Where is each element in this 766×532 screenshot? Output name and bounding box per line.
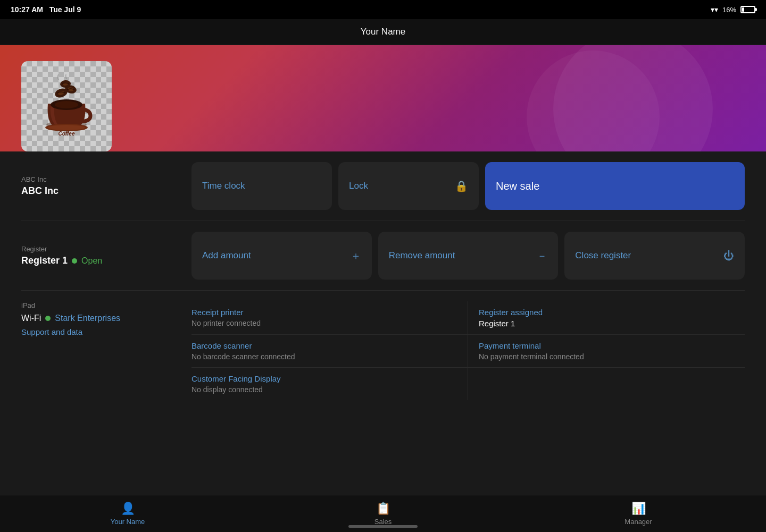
coffee-logo: Coffee House	[35, 74, 98, 138]
hero-banner: Coffee House	[0, 45, 766, 151]
register-name-text: Register 1	[21, 255, 68, 266]
register-label: Register	[21, 245, 170, 253]
add-amount-label: Add amount	[202, 250, 251, 261]
ipad-label: iPad	[21, 301, 170, 309]
wifi-label: Wi-Fi	[21, 314, 41, 323]
remove-amount-button[interactable]: Remove amount －	[378, 232, 559, 280]
sales-icon: 📋	[376, 502, 390, 516]
status-right: ▾▾ 16%	[711, 5, 755, 14]
svg-point-2	[48, 125, 85, 130]
devices-grid: Receipt printer No printer connected Reg…	[192, 301, 745, 400]
payment-terminal-item: Payment terminal No payment terminal con…	[468, 335, 745, 368]
plus-icon: ＋	[351, 249, 361, 263]
nav-manager[interactable]: 📊 Manager	[511, 502, 766, 526]
status-date: Tue Jul 9	[49, 5, 81, 14]
time-clock-button[interactable]: Time clock	[192, 162, 332, 210]
payment-terminal-status: No payment terminal connected	[479, 352, 745, 361]
page-title: Your Name	[361, 27, 405, 37]
business-info: ABC Inc ABC Inc	[21, 175, 170, 197]
register-status: Open	[81, 256, 102, 266]
add-amount-button[interactable]: Add amount ＋	[192, 232, 372, 280]
register-name-row: Register 1 Open	[21, 255, 170, 266]
minus-icon: －	[537, 249, 547, 263]
wifi-row: Wi-Fi Stark Enterprises	[21, 314, 170, 323]
customer-facing-display-status: No display connected	[192, 385, 457, 394]
svg-point-4	[55, 101, 78, 108]
lock-label: Lock	[349, 181, 368, 191]
ipad-info: iPad Wi-Fi Stark Enterprises Support and…	[21, 301, 170, 400]
action-buttons: Time clock Lock 🔒 New sale	[192, 162, 745, 210]
barcode-scanner-item: Barcode scanner No barcode scanner conne…	[192, 335, 468, 368]
receipt-printer-link[interactable]: Receipt printer	[192, 308, 457, 317]
receipt-printer-item: Receipt printer No printer connected	[192, 301, 468, 335]
time-clock-label: Time clock	[202, 181, 245, 191]
new-sale-label: New sale	[496, 180, 539, 192]
wifi-connected-dot	[45, 316, 51, 321]
register-assigned-link[interactable]: Register assigned	[479, 308, 745, 317]
nav-your-name-label: Your Name	[111, 518, 145, 526]
business-name: ABC Inc	[21, 185, 170, 197]
business-label: ABC Inc	[21, 175, 170, 183]
wifi-network-name: Stark Enterprises	[55, 314, 120, 323]
customer-facing-display-item: Customer Facing Display No display conne…	[192, 368, 468, 400]
power-icon: ⏻	[723, 250, 734, 262]
receipt-printer-status: No printer connected	[192, 319, 457, 327]
status-time-date: 10:27 AM Tue Jul 9	[11, 5, 81, 14]
nav-manager-label: Manager	[625, 518, 652, 526]
close-register-label: Close register	[575, 250, 631, 261]
battery-icon	[740, 6, 755, 13]
person-icon: 👤	[121, 502, 135, 516]
customer-facing-display-link[interactable]: Customer Facing Display	[192, 374, 457, 383]
close-register-button[interactable]: Close register ⏻	[564, 232, 745, 280]
title-bar: Your Name	[0, 19, 766, 45]
register-section: Register Register 1 Open Add amount ＋ Re…	[21, 221, 745, 291]
new-sale-button[interactable]: New sale	[485, 162, 745, 210]
nav-sales-label: Sales	[374, 518, 392, 526]
register-info: Register Register 1 Open	[21, 245, 170, 266]
register-assigned-item: Register assigned Register 1	[468, 301, 745, 335]
register-assigned-value: Register 1	[479, 319, 745, 328]
support-and-data-link[interactable]: Support and data	[21, 327, 170, 336]
devices-section: iPad Wi-Fi Stark Enterprises Support and…	[21, 291, 745, 411]
manager-icon: 📊	[631, 502, 646, 516]
logo-container: Coffee House	[21, 61, 112, 151]
business-section: ABC Inc ABC Inc Time clock Lock 🔒 New sa…	[21, 151, 745, 221]
svg-text:House: House	[60, 137, 73, 138]
payment-terminal-link[interactable]: Payment terminal	[479, 341, 745, 350]
remove-amount-label: Remove amount	[389, 250, 455, 261]
barcode-scanner-link[interactable]: Barcode scanner	[192, 341, 457, 350]
wifi-icon: ▾▾	[711, 5, 718, 14]
status-bar: 10:27 AM Tue Jul 9 ▾▾ 16%	[0, 0, 766, 19]
main-content: ABC Inc ABC Inc Time clock Lock 🔒 New sa…	[0, 151, 766, 411]
nav-sales[interactable]: 📋 Sales	[255, 502, 511, 526]
battery-percent: 16%	[722, 6, 736, 14]
lock-button[interactable]: Lock 🔒	[338, 162, 479, 210]
svg-text:Coffee: Coffee	[59, 131, 75, 137]
status-time: 10:27 AM	[11, 5, 43, 14]
nav-your-name[interactable]: 👤 Your Name	[0, 502, 255, 526]
home-indicator	[348, 525, 418, 528]
barcode-scanner-status: No barcode scanner connected	[192, 352, 457, 361]
open-indicator-dot	[72, 258, 77, 264]
register-action-buttons: Add amount ＋ Remove amount － Close regis…	[192, 232, 745, 280]
lock-icon: 🔒	[455, 180, 468, 192]
